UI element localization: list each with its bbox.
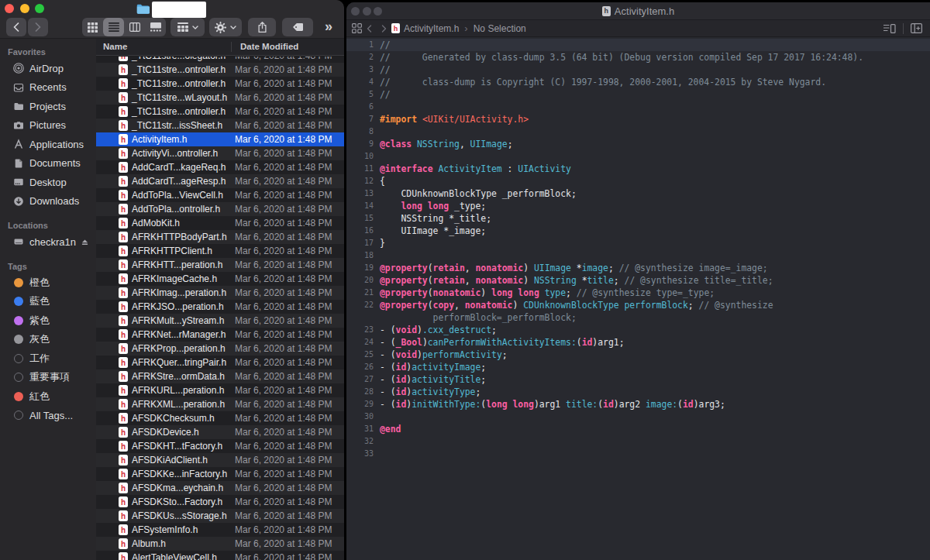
sidebar-item-橙色[interactable]: 橙色 [0,273,96,293]
file-row[interactable]: hAFRKHTTPBodyPart.hMar 6, 2020 at 1:48 P… [96,230,344,244]
editor-options-icon[interactable] [884,24,896,33]
file-row[interactable]: hAFRKQuer...tringPair.hMar 6, 2020 at 1:… [96,356,344,369]
code-line: 9@class NSString, UIImage; [346,138,930,150]
sidebar-item-灰色[interactable]: 灰色 [0,330,96,349]
sidebar-item-Projects[interactable]: Projects [0,97,96,116]
file-row[interactable]: hAddToPla...ontroller.hMar 6, 2020 at 1:… [96,202,344,216]
code-line: 17} [346,237,930,249]
file-row[interactable]: hAFRKStre...ormData.hMar 6, 2020 at 1:48… [96,369,344,383]
code-line: 29- (id)initWithType:(long long)arg1 tit… [346,398,930,411]
code-line: 32 [346,435,930,448]
share-button[interactable] [248,18,276,36]
zoom-button[interactable] [35,4,44,13]
gallery-view-icon [150,22,161,32]
header-file-icon: h [602,6,611,16]
list-view-button[interactable] [103,18,124,36]
file-row[interactable]: hAddCardT...kageReq.hMar 6, 2020 at 1:48… [96,160,344,174]
back-button[interactable] [6,18,26,36]
sidebar-item-Recents[interactable]: Recents [0,78,96,98]
file-row[interactable]: hAlertTableViewCell.hMar 6, 2020 at 1:48… [96,551,344,560]
sidebar-item-Applications[interactable]: Applications [0,135,96,154]
back-button[interactable] [367,25,372,33]
close-button[interactable] [5,4,14,13]
header-file-icon: h [119,148,128,159]
file-row[interactable]: hAFSDKma...eychain.hMar 6, 2020 at 1:48 … [96,481,344,495]
header-file-icon: h [119,510,128,521]
gallery-view-button[interactable] [145,18,166,36]
file-row[interactable]: hAFRKProp...peration.hMar 6, 2020 at 1:4… [96,342,344,356]
file-row[interactable]: hAFRKXML...peration.hMar 6, 2020 at 1:48… [96,397,344,411]
file-row[interactable]: h_TtC11stre...ontroller.hMar 6, 2020 at … [96,105,344,119]
sidebar-item-AirDrop[interactable]: AirDrop [0,59,96,78]
line-number: 29 [346,398,374,411]
file-row[interactable]: hAFSDKKe...inFactory.hMar 6, 2020 at 1:4… [96,467,344,481]
file-row[interactable]: hAFSDKSto...Factory.hMar 6, 2020 at 1:48… [96,495,344,509]
related-items-icon[interactable] [352,23,362,33]
file-row[interactable]: hAFRKURL...peration.hMar 6, 2020 at 1:48… [96,383,344,397]
sidebar-item-Downloads[interactable]: Downloads [0,192,96,211]
minimize-button[interactable] [20,4,29,13]
header-file-icon: h [119,204,128,215]
column-divider[interactable] [231,42,232,52]
column-header-name[interactable]: Name [103,42,127,51]
documents-icon [13,158,24,169]
file-row[interactable]: hAFRKImag...peration.hMar 6, 2020 at 1:4… [96,286,344,300]
file-row[interactable]: hAddCardT...ageResp.hMar 6, 2020 at 1:48… [96,174,344,188]
file-row[interactable]: hAdMobKit.hMar 6, 2020 at 1:48 PM [96,216,344,230]
column-header-date-modified[interactable]: Date Modified [240,42,298,51]
header-file-icon: h [119,246,128,256]
line-number: 26 [346,361,374,373]
code-line: 4// class-dump is Copyright (C) 1997-199… [346,76,930,88]
sidebar-item-Pictures[interactable]: Pictures [0,116,96,136]
file-row[interactable]: hAFRKMult...yStream.hMar 6, 2020 at 1:48… [96,314,344,328]
file-row[interactable]: hAFSDKChecksum.hMar 6, 2020 at 1:48 PM [96,411,344,425]
file-row[interactable]: hAFSDKDevice.hMar 6, 2020 at 1:48 PM [96,425,344,439]
sidebar-item-All Tags...[interactable]: All Tags... [0,406,96,425]
file-row[interactable]: hActivityVi...ontroller.hMar 6, 2020 at … [96,146,344,160]
window-title-edit-field[interactable] [152,2,206,18]
group-button[interactable] [170,18,205,36]
sidebar-item-Documents[interactable]: Documents [0,154,96,173]
file-row[interactable]: hAFRKHTT...peration.hMar 6, 2020 at 1:48… [96,258,344,272]
file-row[interactable]: h_TtC11stre...wLayout.hMar 6, 2020 at 1:… [96,91,344,105]
file-row[interactable]: hAFSDKiAdClient.hMar 6, 2020 at 1:48 PM [96,453,344,467]
toolbar-overflow-button[interactable]: » [325,18,332,36]
file-row[interactable]: hAFRKHTTPClient.hMar 6, 2020 at 1:48 PM [96,244,344,258]
add-editor-icon[interactable] [911,23,922,33]
code-line: 26- (id)activityImage; [346,361,930,373]
file-row[interactable]: hActivityItem.hMar 6, 2020 at 1:48 PM [96,132,344,146]
breadcrumb-file[interactable]: ActivityItem.h [404,23,459,34]
file-row[interactable]: h_TtC11stre...ontroller.hMar 6, 2020 at … [96,63,344,77]
file-row[interactable]: hAFSDKUs...sStorage.hMar 6, 2020 at 1:48… [96,509,344,523]
breadcrumb-selection[interactable]: No Selection [474,23,526,34]
file-row[interactable]: hAFRKImageCache.hMar 6, 2020 at 1:48 PM [96,272,344,286]
file-row[interactable]: hAFRKNet...rManager.hMar 6, 2020 at 1:48… [96,328,344,342]
code-editor[interactable]: 1//2// Generated by class-dump 3.5 (64 b… [346,39,930,560]
sidebar-item-藍色[interactable]: 藍色 [0,292,96,311]
sidebar-item-Desktop[interactable]: Desktop [0,173,96,192]
sidebar-item-紅色[interactable]: 紅色 [0,387,96,407]
action-button[interactable] [209,18,242,36]
icon-view-button[interactable] [82,18,103,36]
file-row[interactable]: hAFRKJSO...peration.hMar 6, 2020 at 1:48… [96,300,344,314]
file-row[interactable]: hAFSDKHT...tFactory.hMar 6, 2020 at 1:48… [96,439,344,453]
sidebar-item-重要事項[interactable]: 重要事項 [0,368,96,387]
header-file-icon: h [119,57,128,61]
sidebar-item-checkra1n[interactable]: checkra1n [0,232,96,252]
tag-dot-icon [14,392,23,401]
column-view-button[interactable] [124,18,145,36]
file-row[interactable]: hAFSystemInfo.hMar 6, 2020 at 1:48 PM [96,523,344,537]
forward-button[interactable] [381,25,387,33]
file-row[interactable]: h_TtC11stre...olegator.hMar 6, 2020 at 1… [96,57,344,63]
file-row[interactable]: hAddToPla...ViewCell.hMar 6, 2020 at 1:4… [96,188,344,202]
forward-button[interactable] [28,18,48,36]
eject-icon[interactable] [81,238,89,246]
file-row[interactable]: h_TtC11str...issSheet.hMar 6, 2020 at 1:… [96,119,344,132]
file-row[interactable]: h_TtC11stre...ontroller.hMar 6, 2020 at … [96,77,344,91]
tag-button[interactable] [282,18,313,36]
header-file-icon: h [119,301,128,312]
sidebar-item-紫色[interactable]: 紫色 [0,311,96,331]
sidebar-item-工作[interactable]: 工作 [0,349,96,369]
file-row[interactable]: hAlbum.hMar 6, 2020 at 1:48 PM [96,537,344,551]
downloads-icon [13,196,24,207]
